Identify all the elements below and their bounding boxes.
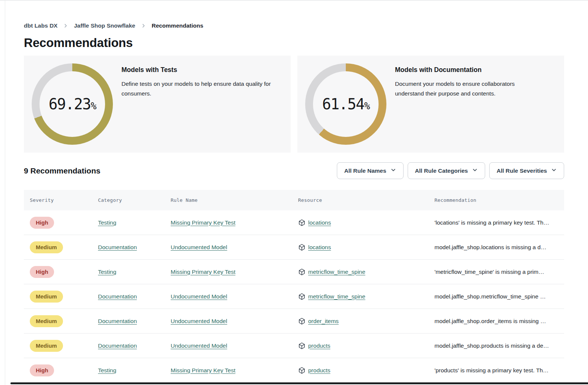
breadcrumb-item-current: Recommendations: [152, 22, 203, 29]
severity-cell: Medium: [24, 291, 98, 303]
rule-name-link[interactable]: Missing Primary Key Test: [171, 367, 235, 373]
table-header-row: Severity Category Rule Name Resource Rec…: [24, 190, 564, 210]
resource-link[interactable]: products: [308, 342, 330, 349]
model-cube-icon: [298, 317, 306, 325]
resource-cell: products: [298, 367, 434, 374]
table-row: Medium Documentation Undocumented Model …: [24, 284, 564, 309]
rule-name-link[interactable]: Undocumented Model: [171, 244, 227, 250]
resource-cell: metricflow_time_spine: [298, 268, 434, 276]
models-with-documentation-card: 61.54% Models with Documentation Documen…: [297, 56, 564, 153]
table-row: Medium Documentation Undocumented Model …: [24, 235, 564, 260]
column-header-resource: Resource: [298, 197, 434, 203]
model-cube-icon: [298, 268, 306, 276]
filter-label: All Rule Severities: [497, 168, 547, 174]
recommendation-text: model.jaffle_shop.metricflow_time_spine …: [434, 293, 564, 300]
card-description: Define tests on your models to help ensu…: [121, 79, 283, 98]
category-link[interactable]: Documentation: [98, 244, 137, 250]
resource-link[interactable]: locations: [308, 219, 331, 226]
category-cell: Documentation: [98, 293, 171, 300]
category-cell: Testing: [98, 367, 171, 374]
severity-cell: Medium: [24, 340, 98, 352]
tests-donut-chart: 69.23%: [32, 63, 113, 145]
breadcrumb: dbt Labs DX Jaffle Shop Snowflake Recomm…: [24, 0, 564, 29]
recommendations-table: Severity Category Rule Name Resource Rec…: [24, 190, 564, 383]
chevron-down-icon: [391, 167, 396, 174]
severity-badge: Medium: [30, 241, 63, 253]
category-link[interactable]: Documentation: [98, 293, 137, 300]
filter-label: All Rule Names: [344, 168, 386, 174]
category-link[interactable]: Testing: [98, 367, 116, 373]
category-cell: Documentation: [98, 318, 171, 325]
rule-name-cell: Undocumented Model: [171, 342, 298, 349]
severity-badge: Medium: [30, 291, 63, 303]
rule-name-link[interactable]: Undocumented Model: [171, 318, 227, 324]
severity-cell: High: [24, 364, 98, 376]
model-cube-icon: [298, 244, 306, 251]
resource-link[interactable]: locations: [308, 244, 331, 251]
rule-name-link[interactable]: Missing Primary Key Test: [171, 219, 235, 226]
card-title: Models with Tests: [121, 66, 283, 74]
severity-cell: Medium: [24, 315, 98, 327]
resource-link[interactable]: metricflow_time_spine: [308, 269, 365, 275]
card-title: Models with Documentation: [395, 66, 541, 74]
resource-link[interactable]: metricflow_time_spine: [308, 293, 365, 300]
chevron-right-icon: [141, 23, 146, 28]
breadcrumb-item-project[interactable]: Jaffle Shop Snowflake: [74, 22, 135, 29]
severity-badge: High: [30, 266, 54, 278]
model-cube-icon: [298, 293, 306, 300]
category-cell: Documentation: [98, 342, 171, 349]
severity-cell: Medium: [24, 241, 98, 253]
category-cell: Testing: [98, 269, 171, 275]
rule-name-link[interactable]: Undocumented Model: [171, 342, 227, 349]
rule-categories-filter-dropdown[interactable]: All Rule Categories: [408, 162, 485, 179]
rule-name-cell: Missing Primary Key Test: [171, 219, 298, 226]
category-link[interactable]: Testing: [98, 219, 116, 226]
rule-name-link[interactable]: Missing Primary Key Test: [171, 269, 235, 275]
category-cell: Testing: [98, 219, 171, 226]
resource-cell: locations: [298, 219, 434, 226]
bottom-window-edge: [10, 382, 588, 384]
card-description: Document your models to ensure collabora…: [395, 79, 541, 98]
category-link[interactable]: Documentation: [98, 318, 137, 324]
table-row: High Testing Missing Primary Key Test pr…: [24, 358, 564, 383]
rule-name-cell: Undocumented Model: [171, 244, 298, 251]
rule-names-filter-dropdown[interactable]: All Rule Names: [337, 162, 404, 179]
chevron-right-icon: [63, 23, 68, 28]
severity-badge: High: [30, 364, 54, 376]
rule-name-cell: Missing Primary Key Test: [171, 367, 298, 374]
rule-severities-filter-dropdown[interactable]: All Rule Severities: [489, 162, 564, 179]
rule-name-link[interactable]: Undocumented Model: [171, 293, 227, 300]
donut-center: 69.23%: [39, 71, 105, 137]
severity-badge: High: [30, 217, 54, 229]
resource-link[interactable]: products: [308, 367, 330, 374]
severity-cell: High: [24, 217, 98, 229]
table-row: Medium Documentation Undocumented Model …: [24, 309, 564, 334]
recommendation-text: model.jaffle_shop.products is missing a …: [434, 342, 564, 349]
recommendation-text: model.jaffle_shop.order_items is missing…: [434, 318, 564, 325]
donut-center: 61.54%: [313, 71, 379, 137]
filter-buttons: All Rule Names All Rule Categories All R…: [337, 162, 564, 179]
column-header-category: Category: [98, 197, 171, 203]
metric-cards: 69.23% Models with Tests Define tests on…: [24, 56, 564, 153]
model-cube-icon: [298, 367, 306, 374]
recommendation-text: 'metricflow_time_spine' is missing a pri…: [434, 269, 564, 275]
rule-name-cell: Undocumented Model: [171, 318, 298, 325]
category-cell: Documentation: [98, 244, 171, 251]
filter-label: All Rule Categories: [415, 168, 468, 174]
rule-name-cell: Missing Primary Key Test: [171, 269, 298, 275]
category-link[interactable]: Documentation: [98, 342, 137, 349]
table-body: High Testing Missing Primary Key Test lo…: [24, 210, 564, 383]
card-text: Models with Documentation Document your …: [395, 63, 541, 145]
chevron-down-icon: [472, 167, 478, 174]
model-cube-icon: [298, 219, 306, 226]
card-text: Models with Tests Define tests on your m…: [121, 63, 283, 145]
severity-cell: High: [24, 266, 98, 278]
tests-percentage: 69.23%: [48, 96, 96, 113]
table-row: Medium Documentation Undocumented Model …: [24, 334, 564, 358]
breadcrumb-item-account[interactable]: dbt Labs DX: [24, 22, 57, 29]
documentation-percentage: 61.54%: [322, 96, 369, 113]
category-link[interactable]: Testing: [98, 269, 116, 275]
resource-link[interactable]: order_items: [308, 318, 339, 325]
documentation-donut-chart: 61.54%: [305, 63, 386, 145]
models-with-tests-card: 69.23% Models with Tests Define tests on…: [24, 56, 291, 153]
